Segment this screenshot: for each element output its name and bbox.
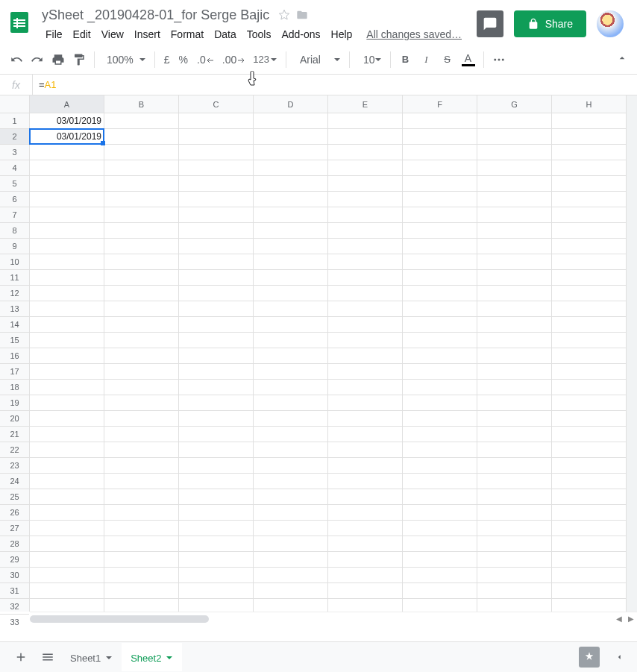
cell-G8[interactable] xyxy=(477,223,552,239)
cell-D1[interactable] xyxy=(254,113,328,129)
cell-H8[interactable] xyxy=(552,223,627,239)
cell-F2[interactable] xyxy=(403,129,477,145)
cell-H11[interactable] xyxy=(552,270,627,286)
cell-A20[interactable] xyxy=(30,411,104,427)
cell-D5[interactable] xyxy=(254,176,328,192)
cell-D28[interactable] xyxy=(254,536,328,552)
row-header-19[interactable]: 19 xyxy=(0,395,29,411)
cell-C22[interactable] xyxy=(179,442,254,458)
cell-C1[interactable] xyxy=(179,113,254,129)
cell-B29[interactable] xyxy=(104,552,179,568)
add-sheet-button[interactable] xyxy=(7,644,34,671)
cell-B19[interactable] xyxy=(104,395,179,411)
cell-G2[interactable] xyxy=(477,129,552,145)
cell-A30[interactable] xyxy=(30,568,104,583)
cell-F17[interactable] xyxy=(403,364,477,380)
row-header-30[interactable]: 30 xyxy=(0,568,29,583)
cell-G21[interactable] xyxy=(477,427,552,442)
all-sheets-button[interactable] xyxy=(34,644,61,671)
row-header-10[interactable]: 10 xyxy=(0,254,29,270)
cell-F30[interactable] xyxy=(403,568,477,583)
cell-H25[interactable] xyxy=(552,489,627,505)
row-header-21[interactable]: 21 xyxy=(0,427,29,442)
row-header-9[interactable]: 9 xyxy=(0,239,29,254)
undo-button[interactable] xyxy=(6,49,27,70)
sheet-tab-sheet2[interactable]: Sheet2 xyxy=(122,643,182,671)
cell-C12[interactable] xyxy=(179,286,254,301)
cell-C13[interactable] xyxy=(179,301,254,317)
cell-E2[interactable] xyxy=(328,129,403,145)
cell-D15[interactable] xyxy=(254,333,328,348)
menu-view[interactable]: View xyxy=(96,25,129,43)
cell-D13[interactable] xyxy=(254,301,328,317)
scroll-thumb[interactable] xyxy=(30,615,209,623)
cell-H15[interactable] xyxy=(552,333,627,348)
cell-D7[interactable] xyxy=(254,207,328,223)
sheets-logo[interactable] xyxy=(6,9,33,36)
cell-A4[interactable] xyxy=(30,160,104,176)
cell-A3[interactable] xyxy=(30,145,104,160)
cell-A10[interactable] xyxy=(30,254,104,270)
number-format-button[interactable]: 123 xyxy=(248,49,281,70)
cell-A31[interactable] xyxy=(30,583,104,599)
cell-F13[interactable] xyxy=(403,301,477,317)
cell-B8[interactable] xyxy=(104,223,179,239)
comments-button[interactable] xyxy=(477,10,503,37)
cell-E4[interactable] xyxy=(328,160,403,176)
cell-D20[interactable] xyxy=(254,411,328,427)
font-size-select[interactable]: 10 xyxy=(354,54,386,66)
cell-H18[interactable] xyxy=(552,380,627,395)
fx-icon[interactable]: fx xyxy=(0,75,33,95)
menu-insert[interactable]: Insert xyxy=(129,25,166,43)
cell-G15[interactable] xyxy=(477,333,552,348)
cell-D26[interactable] xyxy=(254,505,328,521)
cell-H24[interactable] xyxy=(552,474,627,489)
cell-E5[interactable] xyxy=(328,176,403,192)
cell-E19[interactable] xyxy=(328,395,403,411)
cell-B11[interactable] xyxy=(104,270,179,286)
decrease-decimal-button[interactable]: .0 xyxy=(192,49,218,70)
saved-indicator[interactable]: All changes saved… xyxy=(366,28,462,40)
cell-H27[interactable] xyxy=(552,521,627,536)
cell-E28[interactable] xyxy=(328,536,403,552)
cell-A5[interactable] xyxy=(30,176,104,192)
cell-C5[interactable] xyxy=(179,176,254,192)
cell-B10[interactable] xyxy=(104,254,179,270)
cell-G26[interactable] xyxy=(477,505,552,521)
cell-H3[interactable] xyxy=(552,145,627,160)
cell-G31[interactable] xyxy=(477,583,552,599)
cell-E22[interactable] xyxy=(328,442,403,458)
cell-B20[interactable] xyxy=(104,411,179,427)
cell-H5[interactable] xyxy=(552,176,627,192)
cell-H12[interactable] xyxy=(552,286,627,301)
cell-F10[interactable] xyxy=(403,254,477,270)
cell-C16[interactable] xyxy=(179,348,254,364)
cell-A12[interactable] xyxy=(30,286,104,301)
cell-B12[interactable] xyxy=(104,286,179,301)
menu-add-ons[interactable]: Add-ons xyxy=(276,25,325,43)
strikethrough-button[interactable]: S xyxy=(437,49,458,70)
cell-C4[interactable] xyxy=(179,160,254,176)
cell-A23[interactable] xyxy=(30,458,104,474)
cell-G6[interactable] xyxy=(477,192,552,207)
cell-G22[interactable] xyxy=(477,442,552,458)
cell-A13[interactable] xyxy=(30,301,104,317)
row-header-33[interactable]: 33 xyxy=(0,615,29,625)
row-header-12[interactable]: 12 xyxy=(0,286,29,301)
cell-C29[interactable] xyxy=(179,552,254,568)
cell-G19[interactable] xyxy=(477,395,552,411)
cell-G11[interactable] xyxy=(477,270,552,286)
row-header-17[interactable]: 17 xyxy=(0,364,29,380)
cell-D17[interactable] xyxy=(254,364,328,380)
cell-H7[interactable] xyxy=(552,207,627,223)
cell-G25[interactable] xyxy=(477,489,552,505)
cell-C10[interactable] xyxy=(179,254,254,270)
cell-G4[interactable] xyxy=(477,160,552,176)
horizontal-scrollbar[interactable]: ◀ ▶ xyxy=(30,612,637,625)
cell-C7[interactable] xyxy=(179,207,254,223)
cell-C3[interactable] xyxy=(179,145,254,160)
scroll-left-icon[interactable]: ◀ xyxy=(613,613,625,625)
col-header-F[interactable]: F xyxy=(403,95,477,113)
cell-E31[interactable] xyxy=(328,583,403,599)
cell-F11[interactable] xyxy=(403,270,477,286)
